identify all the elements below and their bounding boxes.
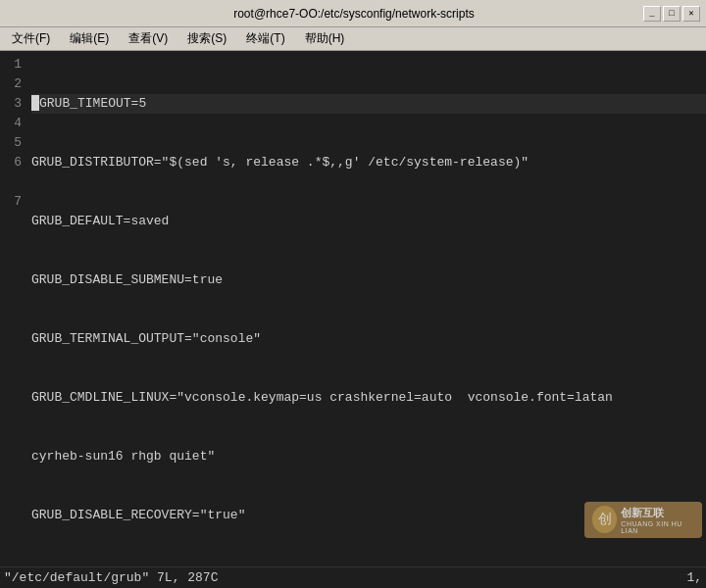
watermark-line2: CHUANG XIN HU LIAN [621,520,694,534]
close-button[interactable]: ✕ [682,6,700,22]
menu-edit[interactable]: 编辑(E) [62,28,117,49]
watermark: 创 创新互联 CHUANG XIN HU LIAN [584,502,702,537]
tilde-1: ~ [31,564,706,566]
line-num-5: 5 [0,133,22,153]
tilde-num-7 [0,329,22,349]
tilde-num-19 [0,564,22,566]
menu-terminal[interactable]: 终端(T) [238,28,292,49]
tilde-num-18 [0,545,22,564]
cursor-position: 1, [686,570,702,585]
line-num-2: 2 [0,74,22,94]
title-bar: root@rhce7-OO:/etc/sysconfig/network-scr… [0,0,706,27]
line-num-6b [0,172,22,192]
menu-search[interactable]: 搜索(S) [179,28,234,49]
line-num-6: 6 [0,153,22,172]
menu-bar: 文件(F) 编辑(E) 查看(V) 搜索(S) 终端(T) 帮助(H) [0,27,706,51]
tilde-num-1 [0,212,22,231]
window-title: root@rhce7-OO:/etc/sysconfig/network-scr… [65,7,643,21]
code-line-6: GRUB_CMDLINE_LINUX="vconsole.keymap=us c… [31,388,706,408]
code-line-6b: cyrheb-sun16 rhgb quiet" [31,447,706,466]
code-line-5: GRUB_TERMINAL_OUTPUT="console" [31,329,706,349]
code-line-4: GRUB_DISABLE_SUBMENU=true [31,270,706,290]
tilde-num-11 [0,408,22,427]
tilde-num-17 [0,525,22,545]
code-line-3: GRUB_DEFAULT=saved [31,212,706,231]
cursor-indicator [31,95,39,111]
tilde-num-6 [0,310,22,329]
editor[interactable]: 1 2 3 4 5 6 7 [0,51,706,566]
window-controls[interactable]: _ □ ✕ [643,6,700,22]
watermark-line1: 创新互联 [621,506,694,520]
tilde-num-5 [0,290,22,310]
code-line-2: GRUB_DISTRIBUTOR="$(sed 's, release .*$,… [31,153,706,172]
maximize-button[interactable]: □ [663,6,681,22]
code-line-1: GRUB_TIMEOUT=5 [31,94,706,114]
line-num-7: 7 [0,192,22,212]
tilde-num-9 [0,368,22,388]
tilde-num-4 [0,270,22,290]
menu-view[interactable]: 查看(V) [121,28,176,49]
line-num-3: 3 [0,94,22,114]
tilde-num-12 [0,427,22,447]
tilde-num-16 [0,506,22,525]
tilde-num-8 [0,349,22,368]
tilde-num-10 [0,388,22,408]
line-numbers: 1 2 3 4 5 6 7 [0,51,27,566]
status-bar: "/etc/default/grub" 7L, 287C 1, [0,566,706,588]
tilde-num-3 [0,251,22,270]
tilde-num-13 [0,447,22,466]
line-num-1: 1 [0,55,22,74]
tilde-num-2 [0,231,22,251]
tilde-num-14 [0,466,22,486]
file-info: "/etc/default/grub" 7L, 287C [4,570,218,585]
tilde-num-15 [0,486,22,506]
menu-file[interactable]: 文件(F) [4,28,58,49]
menu-help[interactable]: 帮助(H) [297,28,353,49]
line-num-4: 4 [0,114,22,133]
code-area[interactable]: GRUB_TIMEOUT=5 GRUB_DISTRIBUTOR="$(sed '… [27,51,706,566]
minimize-button[interactable]: _ [643,6,661,22]
